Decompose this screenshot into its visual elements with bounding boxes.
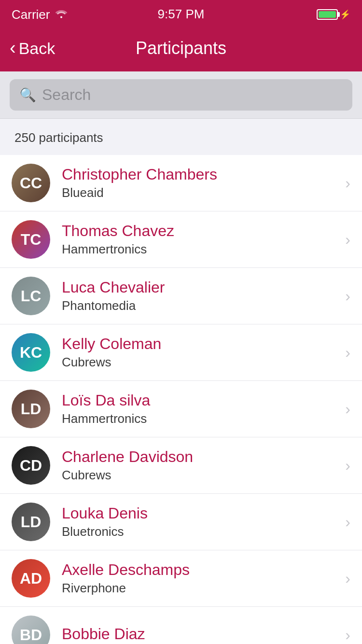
- carrier-label: Carrier: [12, 7, 50, 22]
- participant-company: Bluetronics: [62, 524, 340, 539]
- avatar-initials: LC: [21, 287, 42, 305]
- chevron-right-icon: ›: [345, 457, 350, 475]
- chevron-right-icon: ›: [345, 344, 350, 362]
- avatar: TC: [12, 220, 50, 259]
- avatar-initials: LD: [21, 400, 42, 418]
- participant-name: Christopher Chambers: [62, 166, 340, 183]
- participant-name: Axelle Deschamps: [62, 561, 340, 579]
- participant-company: Cubrews: [62, 355, 340, 370]
- participant-company: Hammertronics: [62, 242, 340, 257]
- list-item[interactable]: CC Christopher Chambers Blueaid ›: [0, 155, 362, 211]
- status-bar-left: Carrier: [12, 7, 68, 22]
- avatar-initials: LD: [21, 513, 42, 531]
- nav-bar: ‹ Back Participants: [0, 29, 362, 71]
- participant-info: Thomas Chavez Hammertronics: [62, 222, 340, 257]
- avatar: BD: [12, 616, 50, 644]
- list-item[interactable]: LD Louka Denis Bluetronics ›: [0, 494, 362, 550]
- list-item[interactable]: LC Luca Chevalier Phantomedia ›: [0, 268, 362, 324]
- participant-company: Phantomedia: [62, 298, 340, 313]
- participant-name: Bobbie Diaz: [62, 625, 340, 643]
- chevron-right-icon: ›: [345, 570, 350, 588]
- chevron-right-icon: ›: [345, 400, 350, 418]
- participant-company: Riverphone: [62, 581, 340, 596]
- list-item[interactable]: BD Bobbie Diaz ›: [0, 607, 362, 644]
- participant-name: Luca Chevalier: [62, 279, 340, 296]
- participant-info: Loïs Da silva Hammertronics: [62, 392, 340, 426]
- participant-name: Thomas Chavez: [62, 222, 340, 240]
- avatar: CD: [12, 446, 50, 485]
- search-icon: 🔍: [19, 87, 36, 103]
- avatar: AD: [12, 559, 50, 598]
- search-container: 🔍: [0, 71, 362, 119]
- participant-name: Louka Denis: [62, 504, 340, 522]
- status-bar: Carrier 9:57 PM ⚡: [0, 0, 362, 29]
- participant-list: CC Christopher Chambers Blueaid › TC Tho…: [0, 155, 362, 644]
- participant-info: Bobbie Diaz: [62, 625, 340, 644]
- avatar: LD: [12, 503, 50, 541]
- chevron-right-icon: ›: [345, 513, 350, 531]
- list-item[interactable]: TC Thomas Chavez Hammertronics ›: [0, 211, 362, 268]
- participant-info: Axelle Deschamps Riverphone: [62, 561, 340, 596]
- participant-info: Christopher Chambers Blueaid: [62, 166, 340, 200]
- avatar: CC: [12, 164, 50, 202]
- avatar: LD: [12, 390, 50, 428]
- battery-fill: [319, 11, 336, 18]
- participant-info: Louka Denis Bluetronics: [62, 504, 340, 539]
- nav-title: Participants: [136, 38, 226, 58]
- participant-name: Kelly Coleman: [62, 335, 340, 353]
- bolt-icon: ⚡: [340, 9, 350, 20]
- chevron-right-icon: ›: [345, 174, 350, 192]
- list-item[interactable]: AD Axelle Deschamps Riverphone ›: [0, 550, 362, 607]
- status-bar-right: ⚡: [317, 9, 350, 20]
- search-input[interactable]: [42, 86, 343, 104]
- participant-info: Charlene Davidson Cubrews: [62, 448, 340, 483]
- chevron-right-icon: ›: [345, 287, 350, 305]
- participant-company: Blueaid: [62, 185, 340, 200]
- avatar-initials: KC: [20, 344, 42, 362]
- list-item[interactable]: LD Loïs Da silva Hammertronics ›: [0, 381, 362, 437]
- avatar-initials: CD: [20, 457, 42, 475]
- participant-name: Loïs Da silva: [62, 392, 340, 409]
- participants-count: 250 participants: [0, 119, 362, 150]
- avatar-initials: CC: [20, 174, 42, 192]
- participant-name: Charlene Davidson: [62, 448, 340, 466]
- participant-company: Cubrews: [62, 468, 340, 483]
- status-bar-time: 9:57 PM: [158, 7, 205, 22]
- back-button[interactable]: ‹ Back: [10, 39, 55, 58]
- list-item[interactable]: KC Kelly Coleman Cubrews ›: [0, 324, 362, 381]
- back-label: Back: [19, 39, 56, 58]
- avatar: KC: [12, 333, 50, 372]
- chevron-right-icon: ›: [345, 231, 350, 249]
- participant-info: Luca Chevalier Phantomedia: [62, 279, 340, 313]
- search-input-wrapper: 🔍: [10, 79, 352, 111]
- avatar-initials: BD: [20, 626, 42, 644]
- participant-company: Hammertronics: [62, 411, 340, 426]
- wifi-icon: [55, 8, 68, 21]
- back-chevron-icon: ‹: [10, 39, 16, 57]
- avatar-initials: AD: [20, 570, 42, 588]
- battery-icon: [317, 9, 338, 20]
- avatar-initials: TC: [21, 231, 42, 249]
- avatar: LC: [12, 277, 50, 315]
- battery-container: ⚡: [317, 9, 350, 20]
- participant-info: Kelly Coleman Cubrews: [62, 335, 340, 370]
- list-item[interactable]: CD Charlene Davidson Cubrews ›: [0, 437, 362, 494]
- chevron-right-icon: ›: [345, 626, 350, 644]
